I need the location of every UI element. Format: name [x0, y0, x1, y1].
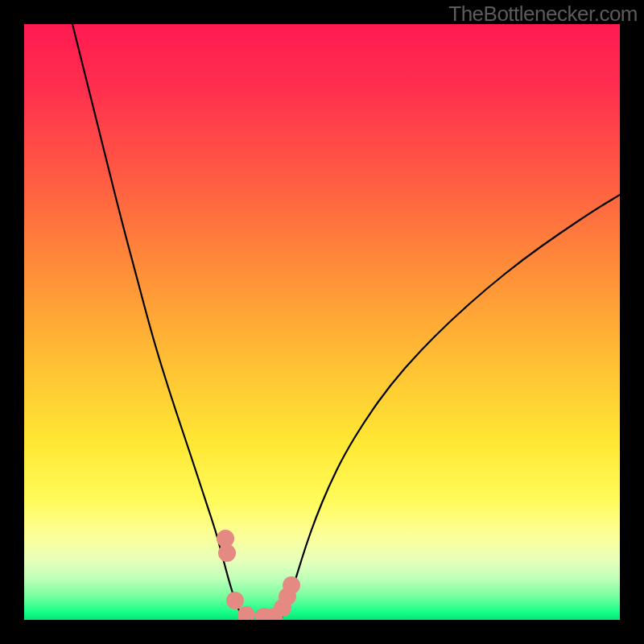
plot-area: [24, 24, 620, 620]
right-curve: [282, 195, 620, 617]
marker-dot: [237, 606, 255, 620]
marker-group: [217, 530, 300, 620]
marker-dot: [226, 592, 244, 609]
marker-dot: [218, 544, 236, 562]
curve-layer: [24, 24, 620, 620]
watermark-label: TheBottlenecker.com: [448, 2, 638, 27]
left-curve: [72, 24, 243, 617]
marker-dot: [283, 576, 300, 594]
chart-frame: TheBottlenecker.com: [0, 0, 644, 644]
